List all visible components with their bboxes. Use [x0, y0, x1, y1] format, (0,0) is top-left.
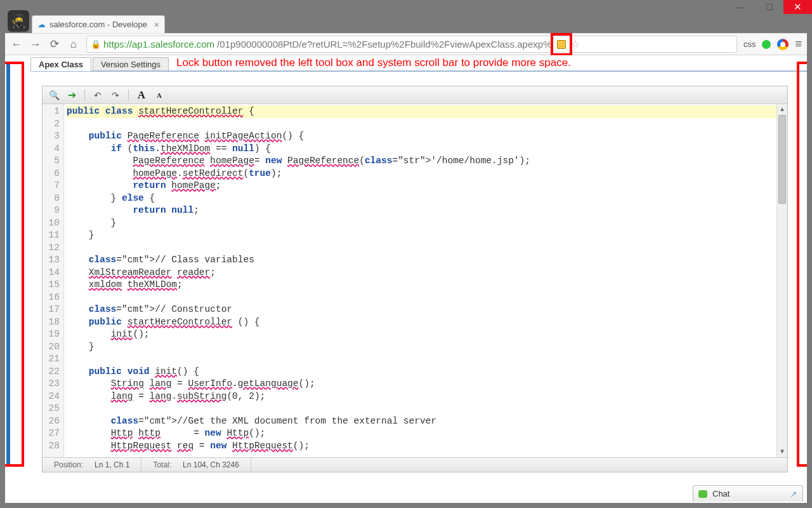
status-total-value: Ln 104, Ch 3246	[183, 460, 239, 469]
bookmark-star-icon[interactable]: ☆	[571, 38, 580, 50]
chat-popout-icon[interactable]: ↗	[790, 489, 797, 499]
toolbar-separator	[128, 90, 129, 101]
page-content: Apex Class Version Settings Lock button …	[5, 55, 807, 503]
undo-icon[interactable]: ↶	[90, 88, 105, 102]
chat-label: Chat	[712, 489, 730, 498]
extension-chrome-icon[interactable]	[777, 39, 789, 50]
browser-tabstrip: ☁ salesforce.com - Develope ×	[5, 14, 807, 33]
url-path: /01p900000008PtD/e?retURL=%2Fsetup%2Fbui…	[217, 39, 551, 50]
browser-menu-button[interactable]: ≡	[795, 37, 802, 51]
annotation-left-highlight	[5, 62, 24, 467]
extension-css-label[interactable]: css	[743, 39, 756, 49]
vertical-scrollbar[interactable]: ▲ ▼	[776, 104, 787, 457]
status-position-value: Ln 1, Ch 1	[95, 460, 129, 469]
code-text-area[interactable]: public class startHereController { publi…	[64, 104, 776, 457]
profile-avatar-icon[interactable]: 🥷	[8, 10, 29, 32]
browser-tab[interactable]: ☁ salesforce.com - Develope ×	[32, 15, 165, 33]
window-close-button[interactable]: ✕	[783, 0, 812, 14]
browser-chrome: 🥷 ☁ salesforce.com - Develope × ← → ⟳ ⌂ …	[5, 14, 807, 55]
editor-toolbar: 🔍 ➔ ↶ ↷ A A	[43, 86, 787, 104]
chat-widget[interactable]: Chat ↗	[693, 485, 803, 502]
home-button[interactable]: ⌂	[67, 38, 80, 51]
status-position: Position: Ln 1, Ch 1	[43, 458, 141, 472]
browser-tab-title: salesforce.com - Develope	[49, 20, 150, 29]
status-total: Total: Ln 104, Ch 3246	[141, 458, 251, 472]
search-icon[interactable]: 🔍	[46, 88, 62, 102]
url-scheme-host: https://ap1.salesforce.com	[103, 39, 214, 50]
code-editor: 🔍 ➔ ↶ ↷ A A 1234567891011121314151617181…	[42, 86, 788, 472]
tab-apex-class[interactable]: Apex Class	[30, 57, 91, 71]
line-number-gutter: 1234567891011121314151617181920212223242…	[43, 104, 64, 457]
extension-green-icon[interactable]	[762, 40, 771, 49]
tab-version-settings[interactable]: Version Settings	[93, 57, 169, 70]
editor-status-bar: Position: Ln 1, Ch 1 Total: Ln 104, Ch 3…	[43, 457, 787, 472]
status-position-label: Position:	[54, 460, 83, 469]
goto-icon[interactable]: ➔	[64, 88, 79, 102]
toolbar-separator	[84, 90, 85, 101]
window-minimize-button[interactable]: —	[726, 0, 755, 14]
scrollbar-thumb[interactable]	[778, 115, 786, 204]
editor-body[interactable]: 1234567891011121314151617181920212223242…	[43, 104, 787, 457]
browser-toolbar: ← → ⟳ ⌂ 🔒 https://ap1.salesforce.com /01…	[5, 33, 807, 55]
extension-lock-button[interactable]	[554, 37, 568, 51]
annotation-text: Lock button removed the left tool box an…	[176, 57, 571, 70]
annotation-right-highlight	[797, 62, 807, 467]
scroll-down-icon[interactable]: ▼	[777, 446, 787, 457]
font-decrease-button[interactable]: A	[152, 88, 167, 102]
tab-close-icon[interactable]: ×	[154, 20, 159, 30]
font-increase-button[interactable]: A	[134, 88, 149, 102]
forward-button[interactable]: →	[29, 38, 42, 51]
window-controls: — ☐ ✕	[726, 0, 812, 14]
lock-icon: 🔒	[91, 39, 101, 49]
address-bar[interactable]: 🔒 https://ap1.salesforce.com /01p9000000…	[86, 36, 737, 53]
back-button[interactable]: ←	[10, 38, 23, 51]
redo-icon[interactable]: ↷	[108, 88, 123, 102]
padlock-icon	[557, 40, 566, 49]
page-tabs: Apex Class Version Settings Lock button …	[30, 57, 807, 72]
chat-bubble-icon	[698, 490, 707, 498]
scroll-up-icon[interactable]: ▲	[777, 104, 787, 115]
window-maximize-button[interactable]: ☐	[755, 0, 783, 14]
status-total-label: Total:	[153, 460, 171, 469]
reload-button[interactable]: ⟳	[48, 37, 61, 51]
cloud-icon: ☁	[37, 20, 46, 29]
